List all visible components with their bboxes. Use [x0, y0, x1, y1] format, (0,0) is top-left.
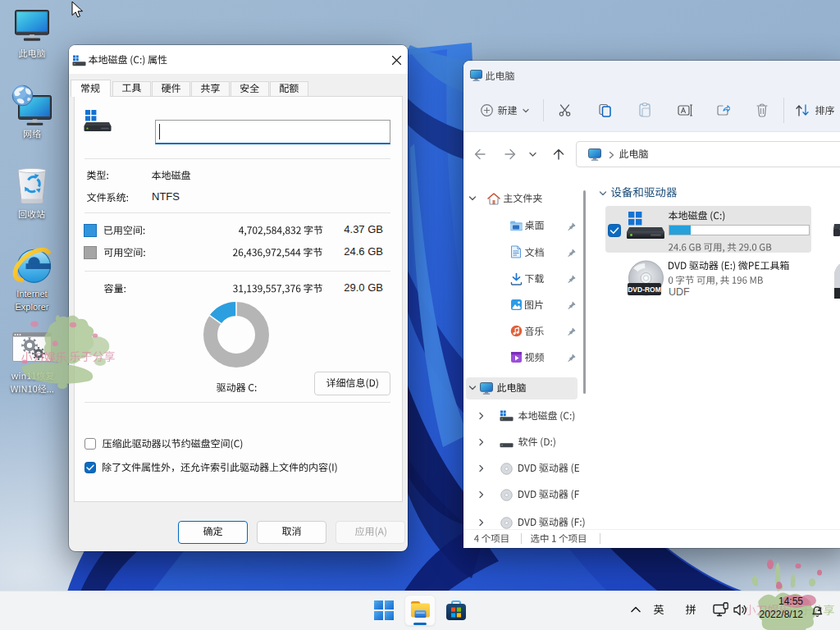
svg-text:DVD-ROM: DVD-ROM [628, 285, 661, 294]
